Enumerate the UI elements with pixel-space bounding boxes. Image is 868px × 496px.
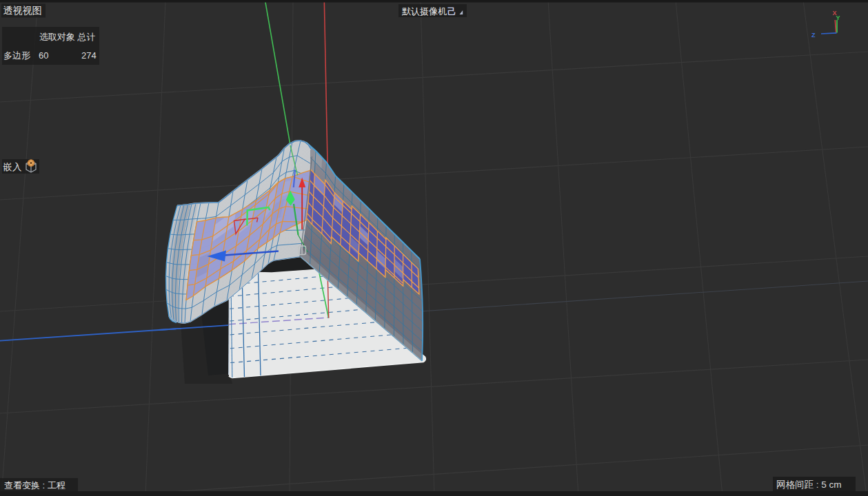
svg-text:多边形: 多边形 [3, 50, 30, 61]
svg-text:Z: Z [811, 32, 816, 39]
svg-text:274: 274 [81, 50, 97, 61]
svg-text:查看变换 : 工程: 查看变换 : 工程 [4, 480, 65, 490]
svg-text:己: 己 [447, 7, 456, 17]
svg-text:网格间距 : 5 cm: 网格间距 : 5 cm [776, 479, 842, 490]
svg-text:默认摄像机: 默认摄像机 [402, 6, 447, 17]
svg-text:选取对象 总计: 选取对象 总计 [39, 32, 96, 42]
svg-text:透视视图: 透视视图 [3, 5, 42, 16]
svg-text:嵌入: 嵌入 [3, 162, 23, 172]
svg-text:60: 60 [39, 50, 48, 61]
svg-text:Y: Y [836, 14, 840, 21]
